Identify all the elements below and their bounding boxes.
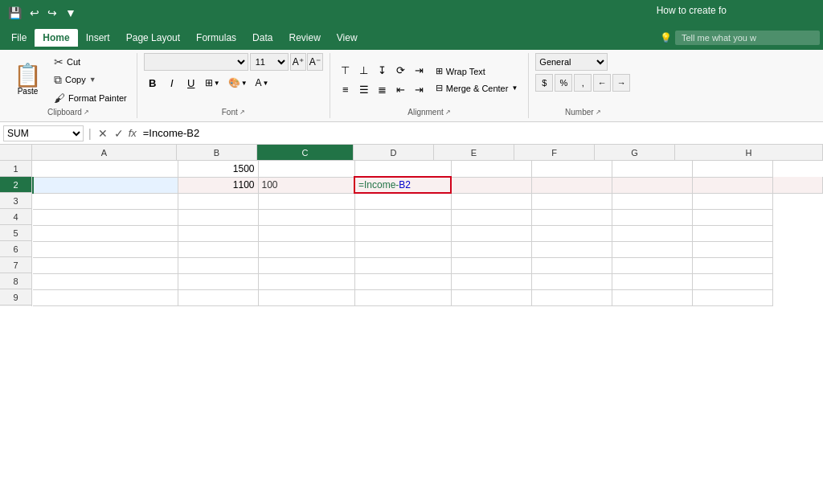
- cell-h9[interactable]: [692, 289, 772, 305]
- decrease-decimal-button[interactable]: ←: [593, 74, 611, 92]
- cell-f3[interactable]: [531, 193, 612, 209]
- row-header-7[interactable]: 7: [0, 257, 31, 273]
- border-dropdown-icon[interactable]: ▼: [214, 80, 220, 87]
- align-right-button[interactable]: ≣: [374, 80, 391, 98]
- cell-e4[interactable]: [451, 209, 531, 225]
- font-color-dropdown-icon[interactable]: ▼: [263, 80, 269, 87]
- font-decrease-button[interactable]: A⁻: [307, 53, 323, 71]
- cell-f6[interactable]: [531, 241, 612, 257]
- underline-button[interactable]: U: [182, 74, 200, 92]
- clipboard-expand-icon[interactable]: ↗: [84, 109, 89, 116]
- select-all-button[interactable]: [0, 145, 32, 160]
- format-painter-button[interactable]: 🖌 Format Painter: [51, 90, 130, 106]
- cell-g6[interactable]: [612, 241, 692, 257]
- confirm-formula-button[interactable]: ✓: [113, 127, 125, 140]
- row-header-5[interactable]: 5: [0, 225, 31, 241]
- cell-d1[interactable]: [354, 161, 451, 177]
- fill-color-button[interactable]: 🎨 ▼: [225, 76, 251, 90]
- cell-a4[interactable]: [33, 209, 178, 225]
- col-header-c[interactable]: C: [257, 145, 354, 160]
- cell-h8[interactable]: [692, 273, 772, 289]
- save-icon[interactable]: 💾: [6, 5, 23, 21]
- redo-icon[interactable]: ↪: [46, 5, 59, 21]
- number-format-select[interactable]: General: [535, 53, 608, 71]
- row-header-3[interactable]: 3: [0, 193, 31, 209]
- align-center-button[interactable]: ☰: [355, 80, 373, 98]
- cell-a9[interactable]: [33, 289, 178, 305]
- cell-c7[interactable]: [258, 257, 354, 273]
- tell-me-input[interactable]: [675, 31, 820, 45]
- more-quick-access-icon[interactable]: ▼: [63, 5, 78, 21]
- cell-b7[interactable]: [178, 257, 258, 273]
- font-expand-icon[interactable]: ↗: [240, 109, 245, 116]
- name-box[interactable]: SUM: [3, 125, 84, 141]
- cell-g9[interactable]: [612, 289, 692, 305]
- merge-dropdown-icon[interactable]: ▼: [511, 84, 518, 92]
- cell-a3[interactable]: [33, 193, 178, 209]
- cell-h7[interactable]: [692, 257, 772, 273]
- cell-f1[interactable]: [531, 161, 612, 177]
- font-increase-button[interactable]: A⁺: [290, 53, 306, 71]
- cell-f8[interactable]: [531, 273, 612, 289]
- increase-indent2-button[interactable]: ⇥: [411, 80, 428, 98]
- cell-d3[interactable]: [354, 193, 451, 209]
- cell-c5[interactable]: [258, 225, 354, 241]
- row-header-6[interactable]: 6: [0, 241, 31, 257]
- italic-button[interactable]: I: [163, 74, 181, 92]
- undo-icon[interactable]: ↩: [28, 5, 41, 21]
- cell-g3[interactable]: [612, 193, 692, 209]
- cell-e1[interactable]: [451, 161, 531, 177]
- align-left-button[interactable]: ≡: [337, 80, 354, 98]
- cell-h3[interactable]: [692, 193, 772, 209]
- wrap-text-button[interactable]: ⊞ Wrap Text: [432, 64, 522, 79]
- cell-e3[interactable]: [451, 193, 531, 209]
- cell-c6[interactable]: [258, 241, 354, 257]
- cell-c2[interactable]: 100: [258, 177, 354, 193]
- cell-a6[interactable]: [33, 241, 178, 257]
- cell-d7[interactable]: [354, 257, 451, 273]
- cell-b8[interactable]: [178, 273, 258, 289]
- cell-d2[interactable]: [451, 177, 531, 193]
- cell-c8[interactable]: [258, 273, 354, 289]
- cell-d4[interactable]: [354, 209, 451, 225]
- cell-f5[interactable]: [531, 225, 612, 241]
- cell-h5[interactable]: [692, 225, 772, 241]
- cell-b3[interactable]: [178, 193, 258, 209]
- increase-decimal-button[interactable]: →: [612, 74, 630, 92]
- cell-b4[interactable]: [178, 209, 258, 225]
- cell-f2[interactable]: [612, 177, 692, 193]
- cell-f4[interactable]: [531, 209, 612, 225]
- cell-h6[interactable]: [692, 241, 772, 257]
- cell-g5[interactable]: [612, 225, 692, 241]
- cell-g2[interactable]: [692, 177, 772, 193]
- menu-data[interactable]: Data: [244, 29, 280, 47]
- cell-h2[interactable]: [772, 177, 823, 193]
- border-button[interactable]: ⊞ ▼: [202, 76, 223, 90]
- cell-d6[interactable]: [354, 241, 451, 257]
- cell-b1[interactable]: 1500: [178, 161, 258, 177]
- alignment-expand-icon[interactable]: ↗: [445, 109, 451, 116]
- cell-d5[interactable]: [354, 225, 451, 241]
- cell-h4[interactable]: [692, 209, 772, 225]
- name-box-select[interactable]: SUM: [4, 127, 83, 140]
- cell-d9[interactable]: [354, 289, 451, 305]
- cell-e5[interactable]: [451, 225, 531, 241]
- cell-e6[interactable]: [451, 241, 531, 257]
- font-size-select[interactable]: 11: [250, 53, 289, 71]
- col-header-e[interactable]: E: [434, 145, 514, 160]
- merge-center-button[interactable]: ⊟ Merge & Center ▼: [432, 80, 522, 96]
- fill-dropdown-icon[interactable]: ▼: [241, 80, 248, 87]
- comma-button[interactable]: ,: [574, 74, 592, 92]
- cell-h1[interactable]: [692, 161, 772, 177]
- cell-a7[interactable]: [33, 257, 178, 273]
- cell-c2-formula[interactable]: =Income-B2: [354, 177, 451, 193]
- menu-insert[interactable]: Insert: [78, 29, 118, 47]
- col-header-d[interactable]: D: [354, 145, 434, 160]
- row-header-8[interactable]: 8: [0, 273, 31, 289]
- bold-button[interactable]: B: [144, 74, 162, 92]
- menu-formulas[interactable]: Formulas: [188, 29, 244, 47]
- menu-review[interactable]: Review: [280, 29, 328, 47]
- formula-input[interactable]: [140, 127, 820, 139]
- cell-g7[interactable]: [612, 257, 692, 273]
- increase-indent-button[interactable]: ⇥: [411, 61, 428, 79]
